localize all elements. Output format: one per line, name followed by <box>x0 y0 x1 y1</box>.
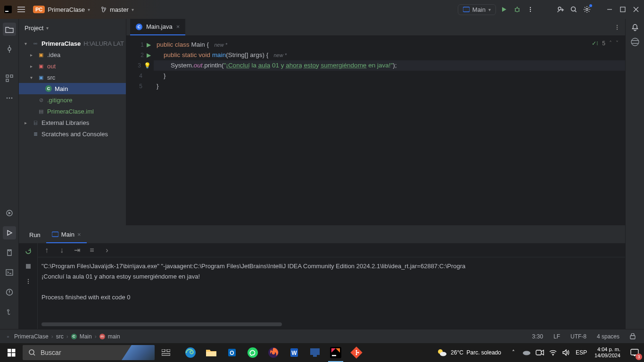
services-tool-icon[interactable] <box>3 206 16 220</box>
weather-widget[interactable]: 26°C Parc. soleado <box>432 347 506 358</box>
run-config-selector[interactable]: Main ▾ <box>458 4 496 15</box>
run-button[interactable] <box>499 4 509 15</box>
tree-out[interactable]: ▸▣out <box>19 60 126 72</box>
app-whatsapp[interactable] <box>242 343 263 362</box>
tray-meet-now-icon[interactable] <box>534 343 545 362</box>
notifications-tool-icon[interactable] <box>631 24 639 31</box>
expand-icon[interactable]: › <box>103 246 111 255</box>
code-editor[interactable]: ✓⁝ 5 ˄ ˅ 1▶ 2▶ 3💡 4 5 public class <box>126 36 625 225</box>
project-tool-icon[interactable] <box>3 23 16 36</box>
caret-position[interactable]: 3:30 <box>528 333 547 340</box>
run-tabs: Run Main × <box>19 226 625 243</box>
start-button[interactable] <box>0 343 23 362</box>
terminal-tool-icon[interactable] <box>3 266 16 279</box>
app-logo-icon[interactable] <box>3 4 13 15</box>
bulb-icon[interactable]: 💡 <box>144 62 151 69</box>
gutter-line[interactable]: 1▶ <box>126 40 154 50</box>
code-content[interactable]: public class Main { new * public static … <box>154 36 625 225</box>
vcs-tool-icon[interactable] <box>3 305 16 319</box>
svg-rect-10 <box>620 7 625 12</box>
console-output[interactable]: "C:\Program Files\Java\jdk-17\bin\java.e… <box>38 257 625 329</box>
tray-clock[interactable]: 4:04 p. m. 14/09/2024 <box>591 346 624 359</box>
maximize-button[interactable] <box>618 4 628 15</box>
class-icon: C <box>71 334 77 339</box>
tray-onedrive-icon[interactable] <box>521 343 532 362</box>
tree-external[interactable]: ▸⌸External Libraries <box>19 117 126 128</box>
more-actions-icon[interactable] <box>525 4 536 15</box>
svg-rect-46 <box>310 348 320 355</box>
main-menu-icon[interactable] <box>16 4 26 15</box>
gutter-line[interactable]: 4 <box>126 71 154 81</box>
app-generic-blue[interactable] <box>305 343 325 362</box>
app-intellij[interactable] <box>325 343 346 362</box>
taskbar-search[interactable]: Buscar <box>23 345 155 360</box>
svg-point-11 <box>8 48 11 50</box>
app-firefox[interactable] <box>263 343 284 362</box>
app-word[interactable]: W <box>284 343 305 362</box>
close-tab-icon[interactable]: × <box>176 23 180 30</box>
indent-setting[interactable]: 4 spaces <box>593 333 623 340</box>
run-gutter-icon[interactable]: ▶ <box>147 41 151 48</box>
tree-root[interactable]: ▾ ▫▫ PrimeraClase H:\ALURA LAT <box>19 38 126 49</box>
run-config-tab[interactable]: Main × <box>46 226 87 243</box>
project-selector[interactable]: PC PrimeraClase ▾ <box>29 4 94 15</box>
tree-iml[interactable]: ▤PrimeraClase.iml <box>19 106 126 117</box>
readonly-icon[interactable] <box>626 333 639 339</box>
svg-point-15 <box>6 98 8 99</box>
tray-volume-icon[interactable] <box>561 343 572 362</box>
app-git[interactable] <box>346 343 367 362</box>
down-stack-icon[interactable]: ↓ <box>58 246 66 255</box>
svg-point-6 <box>530 11 531 12</box>
app-file-explorer[interactable] <box>201 343 222 362</box>
project-tree[interactable]: ▾ ▫▫ PrimeraClase H:\ALURA LAT ▸▣.idea ▸… <box>19 37 126 225</box>
ai-tool-icon[interactable] <box>631 38 639 46</box>
svg-point-27 <box>27 281 28 282</box>
run-gutter-icon[interactable]: ▶ <box>147 52 151 58</box>
minimize-button[interactable] <box>604 4 615 15</box>
project-tool-header[interactable]: Project ▾ <box>19 19 126 37</box>
rerun-button[interactable] <box>23 246 33 256</box>
app-edge[interactable] <box>180 343 201 362</box>
line-separator[interactable]: LF <box>550 333 564 340</box>
app-outlook[interactable]: O <box>222 343 242 362</box>
up-stack-icon[interactable]: ↑ <box>42 246 51 255</box>
tree-src[interactable]: ▾▣src <box>19 72 126 83</box>
branch-selector[interactable]: master ▾ <box>97 4 138 15</box>
tray-notifications-icon[interactable]: 3 <box>626 343 643 362</box>
gutter-line[interactable]: 3💡 <box>126 60 154 71</box>
breadcrumb[interactable]: ▫ PrimeraClase› src› C Main› m main <box>5 333 120 340</box>
console-scrollbar[interactable] <box>41 322 282 326</box>
tree-idea[interactable]: ▸▣.idea <box>19 49 126 60</box>
svg-rect-1 <box>5 11 8 12</box>
search-everywhere-icon[interactable] <box>569 4 579 15</box>
stop-button[interactable] <box>23 261 33 272</box>
close-tab-icon[interactable]: × <box>77 231 81 238</box>
debug-button[interactable] <box>512 4 522 15</box>
build-tool-icon[interactable] <box>3 246 16 259</box>
tab-menu-icon[interactable] <box>609 19 625 35</box>
run-tool-icon[interactable] <box>3 226 16 239</box>
settings-icon[interactable] <box>582 4 592 15</box>
tray-language[interactable]: ESP <box>574 343 589 362</box>
file-encoding[interactable]: UTF-8 <box>567 333 590 340</box>
tree-main[interactable]: CMain <box>19 83 126 94</box>
svg-point-34 <box>29 350 34 354</box>
tray-wifi-icon[interactable] <box>547 343 559 362</box>
close-button[interactable] <box>631 4 641 15</box>
tray-chevron-icon[interactable]: ˄ <box>508 343 519 362</box>
soft-wrap-icon[interactable]: ⇥ <box>73 246 81 255</box>
tree-gitignore[interactable]: ⊘.gitignore <box>19 94 126 106</box>
editor-tab-main[interactable]: C Main.java × <box>130 19 185 35</box>
run-more-icon[interactable] <box>23 276 33 287</box>
problems-tool-icon[interactable] <box>3 286 16 299</box>
structure-tool-icon[interactable] <box>3 72 16 85</box>
task-view-button[interactable] <box>155 343 177 362</box>
tree-scratches[interactable]: ≣Scratches and Consoles <box>19 128 126 140</box>
commit-tool-icon[interactable] <box>3 42 16 56</box>
code-with-me-icon[interactable] <box>555 4 566 15</box>
more-tools-icon[interactable] <box>3 91 16 105</box>
scroll-end-icon[interactable]: ≡ <box>88 246 96 255</box>
folder-icon: ▣ <box>38 63 44 69</box>
gutter-line[interactable]: 5 <box>126 81 154 91</box>
gutter-line[interactable]: 2▶ <box>126 50 154 60</box>
